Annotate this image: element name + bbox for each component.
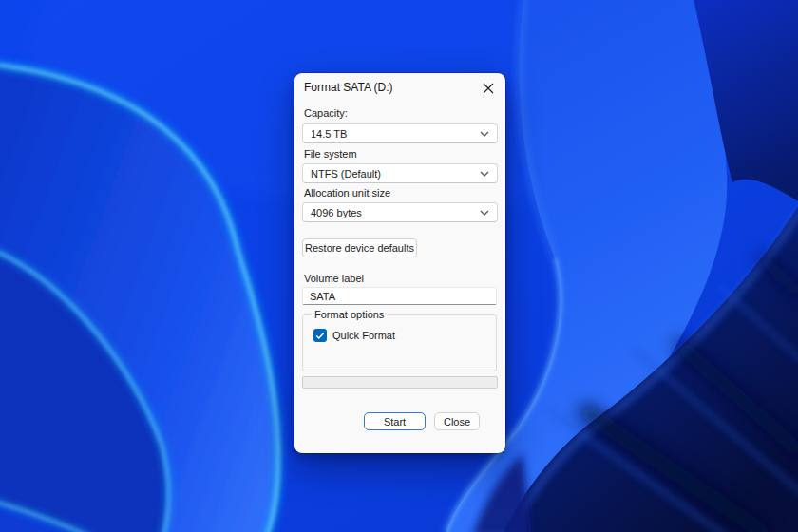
allocation-unit-dropdown[interactable]: 4096 bytes [302,202,498,222]
quick-format-checkbox[interactable] [314,329,327,342]
check-icon [315,332,325,340]
restore-defaults-button[interactable]: Restore device defaults [302,238,417,257]
capacity-value: 14.5 TB [311,128,347,140]
format-options-group: Format options Quick Format [302,314,497,371]
file-system-label: File system [304,148,357,160]
allocation-unit-label: Allocation unit size [304,187,390,199]
desktop: Format SATA (D:) Capacity: 14.5 TB File … [0,0,798,532]
close-icon[interactable] [479,79,498,98]
chevron-down-icon [480,171,489,177]
volume-label: Volume label [304,273,364,284]
quick-format-label: Quick Format [332,330,395,341]
format-dialog: Format SATA (D:) Capacity: 14.5 TB File … [294,73,505,453]
capacity-dropdown[interactable]: 14.5 TB [302,124,498,143]
format-progress-bar [302,376,498,389]
close-x-glyph [483,83,494,94]
dialog-title: Format SATA (D:) [304,81,393,94]
chevron-down-icon [480,210,489,216]
start-button[interactable]: Start [364,412,426,430]
file-system-value: NTFS (Default) [311,168,381,180]
close-button[interactable]: Close [434,412,480,430]
volume-label-input[interactable] [302,287,497,305]
format-options-legend: Format options [311,309,388,320]
file-system-dropdown[interactable]: NTFS (Default) [302,163,498,183]
capacity-label: Capacity: [304,107,348,119]
quick-format-option[interactable]: Quick Format [314,329,395,342]
chevron-down-icon [480,131,489,137]
allocation-unit-value: 4096 bytes [311,207,362,218]
